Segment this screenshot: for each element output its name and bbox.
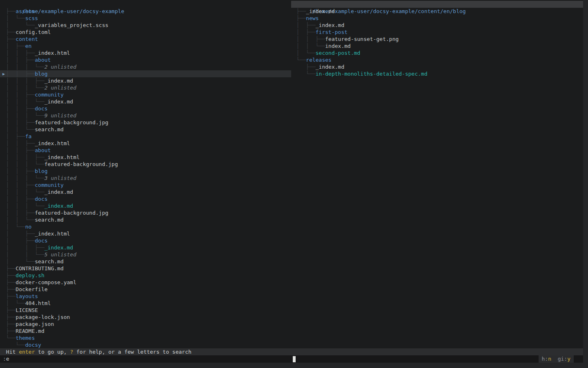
entry-name[interactable]: _index.md [306, 8, 334, 14]
entry-name[interactable]: _index.md [45, 203, 73, 209]
entry-name[interactable]: _index.md [316, 64, 344, 70]
tree-file-row[interactable]: ├──LICENSE [0, 307, 291, 314]
tree-file-row[interactable]: │ └──404.html [0, 300, 291, 307]
entry-name[interactable]: no [25, 224, 32, 230]
tree-dir-row[interactable]: └──releases [291, 56, 583, 63]
entry-name[interactable]: search.md [35, 217, 63, 223]
entry-name[interactable]: community [35, 92, 63, 98]
entry-name[interactable]: _index.md [45, 189, 73, 195]
entry-name[interactable]: featured-background.jpg [45, 161, 118, 167]
tree-file-row[interactable]: ├──_index.md [291, 63, 583, 70]
tree-dir-row[interactable]: │ ├──en [0, 43, 291, 49]
tree-file-row[interactable]: │ │ │ ├──_index.html [0, 154, 291, 161]
entry-name[interactable]: first-post [316, 29, 347, 35]
entry-name[interactable]: blog [35, 71, 47, 77]
entry-name[interactable]: blog [35, 168, 47, 174]
tree-dir-row[interactable]: │ │ ├──community [0, 91, 291, 98]
entry-name[interactable]: _index.md [45, 78, 73, 84]
tree-file-row[interactable]: ├──docker-compose.yaml [0, 279, 291, 286]
entry-name[interactable]: releases [306, 57, 332, 63]
tree-file-row[interactable]: │ │ ├──_index.html [0, 140, 291, 147]
tree-file-row[interactable]: │ │ ├──featured-background.jpg [0, 209, 291, 216]
entry-name[interactable]: docs [35, 105, 47, 112]
entry-name[interactable]: themes [16, 335, 35, 341]
tree-dir-row[interactable]: └──themes [0, 334, 291, 341]
entry-name[interactable]: featured-background.jpg [35, 119, 108, 126]
tree-file-row[interactable]: │ └──second-post.md [291, 49, 583, 56]
entry-name[interactable]: docker-compose.yaml [16, 279, 76, 285]
tree-dir-row[interactable]: │ │ ├──about [0, 56, 291, 63]
command-input[interactable]: :e [3, 355, 9, 363]
tree-file-row[interactable]: │ ├──_index.html [0, 230, 291, 237]
tree-file-row[interactable]: └──in-depth-monoliths-detailed-spec.md [291, 70, 583, 77]
tree-file-row[interactable]: ├──Dockerfile [0, 286, 291, 293]
entry-name[interactable]: Dockerfile [16, 286, 47, 292]
entry-name[interactable]: _variables_project.scss [35, 22, 108, 28]
entry-name[interactable]: about [35, 147, 51, 153]
tree-file-row[interactable]: │ │ └──search.md [0, 126, 291, 133]
entry-name[interactable]: config.toml [16, 29, 51, 35]
tree-dir-row[interactable]: ├──content [0, 36, 291, 43]
tree-dir-row[interactable]: │ └──scss [0, 15, 291, 22]
entry-name[interactable]: package.json [16, 321, 54, 327]
entry-name[interactable]: fa [25, 133, 32, 139]
entry-name[interactable]: 404.html [25, 300, 51, 306]
entry-name[interactable]: _index.html [45, 154, 80, 160]
tree-file-row[interactable]: ├──README.md [0, 328, 291, 334]
tree-file-row[interactable]: ├──CONTRIBUTING.md [0, 265, 291, 272]
entry-name[interactable]: search.md [35, 258, 63, 265]
tree-file-row[interactable]: │ │ ├──_index.md [0, 244, 291, 251]
entry-name[interactable]: _index.md [45, 245, 73, 251]
tree-file-row[interactable]: │ │ ├──featured-background.jpg [0, 119, 291, 126]
tree-file-row[interactable]: │ │ │ └──featured-background.jpg [0, 161, 291, 168]
tree-file-row[interactable]: │ │ │ └──_index.md [0, 188, 291, 195]
tree-dir-row[interactable]: │ │ ├──docs [0, 195, 291, 202]
tree-dir-row[interactable]: │ ├──first-post [291, 29, 583, 36]
input-bar[interactable]: :e h:n gi:y [0, 355, 583, 363]
tree-file-row[interactable]: │ │ └──search.md [0, 216, 291, 223]
entry-name[interactable]: search.md [35, 126, 63, 132]
tree-dir-row[interactable]: ▶ │ │ ├──blog [0, 70, 291, 77]
tree-dir-row[interactable]: ├──assets [0, 8, 291, 15]
tree-file-row[interactable]: │ │ └──index.md [291, 43, 583, 49]
entry-name[interactable]: community [35, 182, 63, 188]
tree-file-row[interactable]: ├──deploy.sh [0, 272, 291, 279]
entry-name[interactable]: in-depth-monoliths-detailed-spec.md [316, 71, 428, 77]
tree-file-row[interactable]: ├──package-lock.json [0, 314, 291, 321]
tree-file-row[interactable]: ├──_index.md [291, 8, 583, 15]
tree-dir-row[interactable]: │ └──no [0, 223, 291, 230]
tree-dir-row[interactable]: │ ├──fa [0, 133, 291, 140]
entry-name[interactable]: en [25, 43, 32, 49]
entry-name[interactable]: content [16, 36, 38, 42]
tree-file-row[interactable]: │ └──search.md [0, 258, 291, 265]
tree-dir-row[interactable]: │ │ ├──about [0, 147, 291, 154]
entry-name[interactable]: featured-sunset-get.png [325, 36, 399, 42]
tree-file-row[interactable]: ├──config.toml [0, 29, 291, 36]
entry-name[interactable]: index.md [325, 43, 351, 49]
tree-file-row[interactable]: │ │ │ └──_index.md [0, 202, 291, 209]
right-root-path-row[interactable]: /home/example-user/docsy-example/content… [291, 1, 583, 8]
tree-file-row[interactable]: │ │ ├──_index.html [0, 49, 291, 56]
entry-name[interactable]: docs [35, 196, 47, 202]
entry-name[interactable]: LICENSE [16, 307, 38, 313]
tree-file-row[interactable]: │ │ ├──featured-sunset-get.png [291, 36, 583, 43]
entry-name[interactable]: _index.html [35, 140, 70, 146]
entry-name[interactable]: docs [35, 238, 47, 244]
entry-name[interactable]: _index.html [35, 50, 70, 56]
left-root-path-row[interactable]: /home/example-user/docsy-example [0, 1, 291, 8]
entry-name[interactable]: docsy [25, 342, 41, 348]
entry-name[interactable]: deploy.sh [16, 272, 44, 278]
tree-dir-row[interactable]: │ │ ├──community [0, 182, 291, 188]
tree-file-row[interactable]: ├──package.json [0, 321, 291, 328]
tree-file-row[interactable]: │ └──_variables_project.scss [0, 22, 291, 29]
entry-name[interactable]: _index.md [316, 22, 344, 28]
tree-dir-row[interactable]: ├──layouts [0, 293, 291, 300]
entry-name[interactable]: _index.md [45, 99, 73, 105]
entry-name[interactable]: package-lock.json [16, 314, 70, 320]
entry-name[interactable]: assets [16, 8, 35, 14]
tree-dir-row[interactable]: └──docsy [0, 341, 291, 348]
tree-dir-row[interactable]: │ │ ├──blog [0, 168, 291, 175]
entry-name[interactable]: CONTRIBUTING.md [16, 265, 63, 272]
entry-name[interactable]: second-post.md [316, 50, 361, 56]
tree-file-row[interactable]: │ │ │ └──_index.md [0, 98, 291, 105]
